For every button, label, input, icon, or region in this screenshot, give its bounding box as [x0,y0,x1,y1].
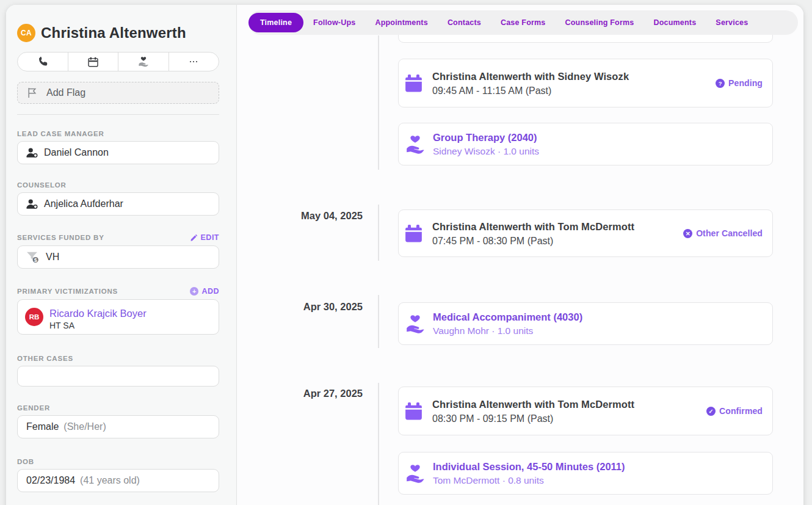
app-window: CA Christina Altenwerth Add Flag LEAD CA… [6,5,803,505]
person-badge-icon [26,199,38,209]
tab-documents[interactable]: Documents [643,18,706,27]
more-actions-button[interactable] [169,53,219,71]
services-funded-by-field[interactable]: $ VH [17,245,219,269]
status-label: Confirmed [719,406,763,416]
victim-tags: HT SA [49,321,147,330]
pending-icon: ? [716,79,725,88]
status-badge: ? Pending [716,78,763,88]
appointment-time: 07:45 PM - 08:30 PM (Past) [432,234,676,248]
tab-timeline[interactable]: Timeline [248,13,303,32]
gender-label: GENDER [17,404,219,412]
appointment-card[interactable]: Christina Altenwerth with Sidney Wisozk … [398,59,773,107]
service-button[interactable] [118,53,169,71]
timeline-line [378,205,379,261]
timeline-date: Apr 30, 2025 [237,301,363,313]
confirmed-icon: ✓ [706,407,716,416]
timeline-date: May 04, 2025 [237,210,363,222]
status-label: Pending [728,78,763,88]
appointment-card[interactable]: Christina Altenwerth with Tom McDermott … [398,209,773,257]
calendar-icon [405,225,422,242]
svg-text:$: $ [34,257,37,263]
calendar-icon [405,402,422,420]
timeline-line [378,295,379,348]
service-card[interactable]: Group Therapy (2040) Sidney Wisozk · 1.0… [398,123,773,165]
timeline-line [378,35,379,170]
add-flag-label: Add Flag [46,87,85,98]
tab-contacts[interactable]: Contacts [438,18,491,27]
person-badge-icon [26,148,38,158]
heart-hand-icon [405,314,425,334]
lead-case-manager-value: Daniel Cannon [44,147,109,158]
calendar-icon [405,74,422,92]
flag-icon [27,87,37,98]
appointment-title: Christina Altenwerth with Tom McDermott [432,397,699,412]
status-badge: ✓ Confirmed [706,406,763,416]
cancelled-icon: ✕ [683,229,692,238]
service-title: Individual Session, 45-50 Minutes (2011) [433,459,763,474]
service-title: Medical Accompaniment (4030) [433,310,763,324]
dob-age: (41 years old) [80,475,140,486]
calendar-icon [88,57,98,67]
edit-funding-button[interactable]: EDIT [190,233,219,242]
status-label: Other Cancelled [696,228,763,238]
primary-victimizations-label: PRIMARY VICTIMIZATIONS [17,288,118,295]
plus-icon: + [190,287,198,296]
pencil-icon [190,234,198,241]
gender-field[interactable]: Female (She/Her) [17,415,219,438]
appointment-title: Christina Altenwerth with Tom McDermott [432,219,676,234]
timeline-date: Apr 27, 2025 [237,388,363,399]
timeline-line [378,383,379,505]
victim-avatar: RB [25,308,43,326]
heart-hand-icon [405,134,425,154]
service-subtitle: Sidney Wisozk · 1.0 units [433,145,763,158]
service-title: Group Therapy (2040) [433,130,763,145]
tab-counseling-forms[interactable]: Counseling Forms [556,18,644,27]
other-cases-field[interactable] [17,366,219,387]
dob-field[interactable]: 02/23/1984 (41 years old) [17,469,219,492]
counselor-value: Anjelica Aufderhar [44,198,123,209]
counselor-field[interactable]: Anjelica Aufderhar [17,192,219,216]
appointment-title: Christina Altenwerth with Sidney Wisozk [432,69,708,84]
appointment-card[interactable]: Christina Altenwerth with Tom McDermott … [398,387,773,435]
heart-hand-icon [405,463,425,484]
dob-value: 02/23/1984 [26,475,75,486]
add-victimization-button[interactable]: + ADD [190,287,219,296]
appointment-time: 09:45 AM - 11:15 AM (Past) [432,84,708,98]
status-badge: ✕ Other Cancelled [683,228,763,238]
appointment-button[interactable] [68,53,119,71]
victim-name-link[interactable]: Ricardo Krajcik Boyer [49,308,147,319]
tab-case-forms[interactable]: Case Forms [491,18,556,27]
gender-value: Female [26,421,59,432]
add-flag-button[interactable]: Add Flag [17,82,219,104]
gender-pronouns: (She/Her) [63,421,106,432]
phone-icon [38,57,48,67]
case-main-panel: Timeline Follow-Ups Appointments Contact… [237,5,803,505]
client-avatar: CA [17,24,35,42]
funnel-dollar-icon: $ [26,251,40,263]
other-cases-label: OTHER CASES [17,355,219,362]
service-subtitle: Tom McDermott · 0.8 units [433,474,763,487]
service-card[interactable]: Individual Session, 45-50 Minutes (2011)… [398,452,773,495]
heart-hand-icon [138,56,149,67]
tab-services[interactable]: Services [706,18,758,27]
services-funded-by-value: VH [46,252,59,263]
services-funded-by-label: SERVICES FUNDED BY [17,234,104,241]
sidebar-divider [17,114,219,115]
tab-bar: Timeline Follow-Ups Appointments Contact… [248,10,798,35]
add-victimization-label: ADD [201,287,219,296]
client-sidebar: CA Christina Altenwerth Add Flag LEAD CA… [6,5,237,505]
victimization-card[interactable]: RB Ricardo Krajcik Boyer HT SA [17,299,219,335]
quick-action-bar [17,52,219,71]
lead-case-manager-label: LEAD CASE MANAGER [17,130,219,137]
client-name: Christina Altenwerth [41,24,186,42]
tab-follow-ups[interactable]: Follow-Ups [303,18,365,27]
counselor-label: COUNSELOR [17,181,219,189]
lead-case-manager-field[interactable]: Daniel Cannon [17,141,219,164]
service-subtitle: Vaughn Mohr · 1.0 units [433,324,763,338]
edit-funding-label: EDIT [201,233,219,242]
phone-button[interactable] [18,53,68,71]
service-card[interactable]: Medical Accompaniment (4030) Vaughn Mohr… [398,302,773,345]
tab-appointments[interactable]: Appointments [365,18,437,27]
appointment-time: 08:30 PM - 09:15 PM (Past) [432,412,699,426]
client-profile: CA Christina Altenwerth [17,24,219,42]
